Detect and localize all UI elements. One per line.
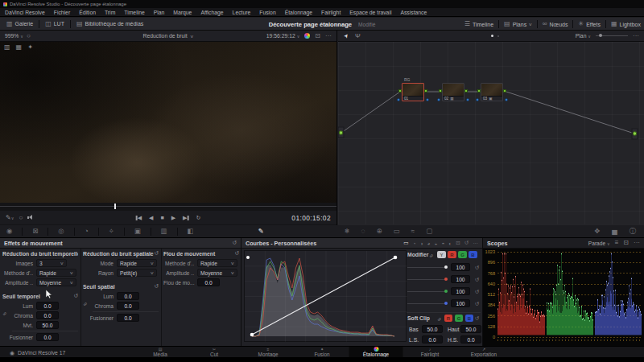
hue-vs-sat-icon[interactable]: ◑: [419, 241, 423, 246]
go-to-start-button[interactable]: ◀: [136, 215, 142, 221]
channel-y-button[interactable]: Y: [437, 251, 446, 258]
scope-settings-icon[interactable]: ≡: [615, 240, 619, 246]
clips-toggle[interactable]: ▤Plans∨: [504, 21, 532, 27]
reset-icon[interactable]: ↺: [475, 265, 479, 271]
tab-cut[interactable]: ✂Cut: [188, 347, 242, 358]
key-mixer-icon[interactable]: ≈: [411, 228, 415, 234]
chroma-field[interactable]: 0.0: [36, 311, 59, 319]
reset-icon[interactable]: ↺: [475, 277, 479, 283]
menu-trim[interactable]: Trim: [105, 10, 115, 15]
link-icon[interactable]: ∞: [436, 315, 442, 322]
gain-slider-track[interactable]: [407, 267, 448, 268]
menu-lecture[interactable]: Lecture: [233, 10, 251, 15]
radius-select[interactable]: Petit(e)∨: [117, 269, 157, 277]
effects-toggle[interactable]: ✳Effets: [578, 21, 600, 27]
motion-field[interactable]: 50.0: [36, 321, 59, 329]
node-2[interactable]: 02▦: [442, 83, 464, 101]
tab-montage[interactable]: ≡Montage: [242, 347, 295, 358]
channel-g-button[interactable]: G: [458, 251, 467, 258]
node-output-connector[interactable]: [503, 89, 506, 93]
timeline-toggle[interactable]: ☰Timeline: [464, 21, 493, 27]
method-select[interactable]: Rapide∨: [36, 269, 76, 277]
menu-marque[interactable]: Marque: [173, 10, 192, 15]
split-screen-icon[interactable]: ▦: [16, 44, 23, 51]
keyer-icon[interactable]: ✧: [109, 228, 114, 234]
sat-vs-sat-icon[interactable]: ◓: [441, 241, 444, 246]
expand-icon[interactable]: ⊡: [456, 240, 460, 246]
node-output-connector[interactable]: [424, 89, 427, 93]
menu-icon[interactable]: ···: [325, 33, 332, 39]
node-1[interactable]: 01: [402, 83, 424, 101]
user-icon[interactable]: ◉: [10, 350, 14, 356]
gallery-still-select[interactable]: Reduction de bruit∨: [143, 33, 194, 39]
tracker-icon[interactable]: ⊠: [32, 228, 38, 234]
menu-etalonnage[interactable]: Étalonnage: [285, 10, 312, 15]
data-levels-icon[interactable]: ▅: [612, 228, 617, 234]
go-to-end-button[interactable]: ▶: [183, 215, 188, 221]
info-icon[interactable]: ⓘ: [630, 228, 636, 234]
nodes-toggle[interactable]: ∞Nœuds: [543, 21, 568, 27]
gain-slider-handle[interactable]: [444, 302, 448, 305]
card-icon[interactable]: ▭: [394, 228, 400, 234]
high-soft-field[interactable]: 0.0: [460, 335, 481, 343]
gain-value-b[interactable]: 100: [451, 299, 470, 307]
menu-icon[interactable]: ···: [634, 240, 640, 246]
high-field[interactable]: 50.0: [460, 325, 481, 333]
frames-select[interactable]: 3∨: [36, 259, 67, 267]
viewer-scrubber[interactable]: [0, 203, 336, 211]
annotate-pencil-icon[interactable]: ✎∨: [6, 215, 14, 221]
gain-slider-handle[interactable]: [444, 265, 448, 269]
audio-mute-icon[interactable]: [27, 215, 34, 220]
soft-clip-r-button[interactable]: R: [444, 315, 452, 322]
gain-slider-track[interactable]: [407, 291, 448, 292]
reset-icon[interactable]: ↺: [475, 289, 479, 295]
curves-icon[interactable]: ✎: [258, 228, 264, 234]
tab-exportation[interactable]: ↗Exportation: [457, 347, 511, 358]
stop-button[interactable]: ■: [160, 215, 163, 220]
node-zoom-slider[interactable]: [596, 35, 628, 37]
amplitude-select[interactable]: Moyenne∨: [36, 278, 76, 286]
node-mask-output[interactable]: [505, 98, 508, 101]
magic-wand-icon[interactable]: ✦: [27, 44, 33, 51]
lightbox-toggle[interactable]: ▦Lightbox: [611, 21, 641, 27]
step-back-button[interactable]: ◀: [149, 215, 153, 221]
node-output-connector[interactable]: [464, 89, 468, 93]
menu-icon[interactable]: ···: [473, 241, 478, 246]
menu-fairlight[interactable]: Fairlight: [321, 10, 341, 15]
mode-select[interactable]: Rapide∨: [117, 259, 157, 267]
gain-slider-track[interactable]: [407, 279, 448, 280]
hue-vs-lum-icon[interactable]: ◕: [427, 241, 430, 246]
blur-icon[interactable]: ◌: [361, 228, 365, 234]
blend-field[interactable]: 0.0: [36, 333, 59, 341]
menu-affichage[interactable]: Affichage: [200, 10, 223, 15]
sizing-icon[interactable]: ▢: [426, 228, 432, 234]
gain-value-g[interactable]: 100: [451, 287, 470, 295]
scope-mode-select[interactable]: Parade ∨: [588, 241, 610, 246]
node-input-connector[interactable]: [398, 89, 402, 93]
loop-button[interactable]: ↻: [196, 215, 200, 221]
viewer-zoom-select[interactable]: 999% ∨: [5, 33, 23, 39]
low-soft-field[interactable]: 0.0: [422, 335, 443, 343]
reset-icon[interactable]: ↺: [73, 293, 78, 299]
reset-icon[interactable]: ↺: [475, 315, 479, 322]
media-library-toggle[interactable]: ▤Bibliothèque de médias: [76, 21, 143, 27]
tab-etalonnage[interactable]: Étalonnage: [349, 347, 403, 358]
reset-icon[interactable]: ↺: [154, 250, 159, 257]
unmix-icon[interactable]: ○: [19, 215, 23, 221]
node-mask-input[interactable]: [476, 98, 479, 101]
custom-curves-icon[interactable]: ▭: [403, 240, 408, 246]
node-mask-output[interactable]: [466, 98, 469, 101]
reset-icon[interactable]: ↺: [234, 250, 239, 257]
node-3[interactable]: 03▣: [481, 83, 503, 101]
color-wheels-icon[interactable]: ◉: [6, 228, 12, 234]
menu-plan[interactable]: Plan: [154, 10, 165, 15]
reset-icon[interactable]: ↺: [154, 283, 159, 290]
camera-raw-icon[interactable]: ◔: [85, 228, 89, 234]
still-timecode[interactable]: 19:56:29:12 ∨: [266, 33, 299, 39]
play-button[interactable]: ▶: [171, 215, 175, 221]
node-mask-input[interactable]: [437, 98, 440, 101]
lum-field[interactable]: 0.0: [117, 292, 139, 300]
blur-field[interactable]: 0.0: [197, 278, 220, 286]
gain-value-y[interactable]: 100: [451, 263, 470, 271]
channel-b-button[interactable]: B: [469, 251, 477, 258]
